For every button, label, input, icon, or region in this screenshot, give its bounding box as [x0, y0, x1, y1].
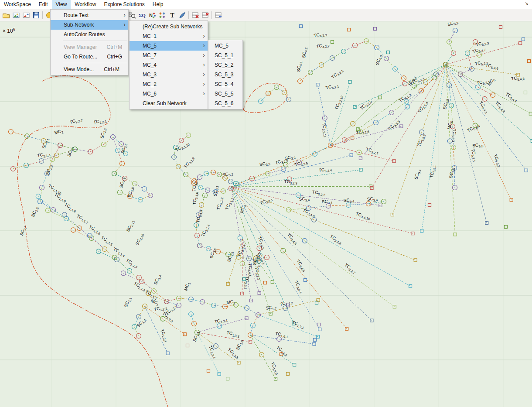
menu-item-sc-5-6[interactable]: SC_5_6 — [208, 99, 242, 108]
menu-item-autocolor-routes[interactable]: AutoColor Routes — [51, 30, 128, 39]
route-label: TC3,1,2 — [216, 197, 224, 211]
menu-item-mc-3[interactable]: MC_3› — [130, 70, 208, 79]
route-label: TC3,2,7 — [365, 147, 379, 156]
route-endpoint — [186, 344, 189, 347]
menubar-item-view[interactable]: View — [52, 0, 71, 9]
menubar-collapse-icon[interactable]: ↘ — [522, 0, 532, 9]
toolbar-sum-query-button[interactable]: ΣQ — [137, 10, 147, 20]
svg-text:N: N — [149, 13, 153, 18]
route-endpoint — [499, 26, 502, 29]
route-label: TC5,5,2 — [416, 133, 426, 147]
route-endpoint — [528, 60, 531, 63]
route-endpoint — [428, 204, 431, 207]
route-label: SC3,2 — [259, 160, 271, 168]
route-label: TC1,3,2 — [226, 330, 240, 339]
menu-item-sc-5-1[interactable]: SC_5_1 — [208, 51, 242, 60]
menu-item-view-mode[interactable]: View Mode...Ctrl+M — [51, 65, 128, 74]
menu-item-mc-4[interactable]: MC_4› — [130, 60, 208, 70]
route-line — [446, 65, 449, 85]
route-line — [197, 236, 200, 246]
route-label: TC3,2,11 — [320, 122, 329, 138]
route-label: SC3,4 — [321, 198, 332, 205]
route-line — [300, 72, 310, 81]
menu-item-mc-2[interactable]: MC_2› — [130, 79, 208, 89]
menu-item-shortcut: Ctrl+M — [97, 44, 123, 50]
route-line — [261, 93, 268, 101]
route-line — [422, 65, 446, 231]
toolbar-color-nodes-button[interactable] — [157, 10, 167, 20]
menubar-item-edit[interactable]: Edit — [35, 0, 52, 9]
route-line — [225, 178, 231, 181]
network-map[interactable]: TC3,2,6TC3,2,5TC3,2,4TC3,2,3TC3,2,2TC3,4… — [0, 21, 532, 407]
route-label: TC3,3,3 — [243, 276, 249, 289]
toolbar-open-button[interactable] — [1, 10, 11, 20]
route-label: TC2,2,2 — [69, 116, 83, 126]
route-line — [139, 306, 145, 317]
menu-item-go-to-route[interactable]: Go To Route...Ctrl+G — [51, 52, 128, 62]
menu-item-mc-5[interactable]: MC_5› — [130, 41, 208, 51]
menu-item-route-text[interactable]: Route Text› — [51, 10, 128, 20]
route-label: SC2,10 — [135, 233, 145, 246]
menu-item-mc-7[interactable]: MC_7› — [130, 51, 208, 60]
insert-row-icon — [215, 11, 222, 19]
route-label: TC1,7,1 — [291, 320, 305, 330]
route-line — [344, 132, 360, 140]
menu-item-sc-5-4[interactable]: SC_5_4 — [208, 79, 242, 89]
menu-item-sc-5-3[interactable]: SC_5_3 — [208, 70, 242, 79]
route-line — [258, 315, 318, 337]
toolbar-save-button[interactable] — [31, 10, 41, 20]
route-line — [392, 65, 446, 215]
menubar: WorkSpaceEditViewWorkflowExplore Solutio… — [0, 0, 532, 9]
route-line — [231, 187, 271, 314]
toolbar-text-label-button[interactable]: T — [167, 10, 177, 20]
route-line — [206, 172, 213, 174]
route-label: TC5,5,5 — [388, 118, 401, 132]
toolbar-insert-row-button[interactable] — [213, 10, 223, 20]
toolbar-style-button[interactable] — [177, 10, 187, 20]
route-line — [344, 45, 355, 51]
toolbar-separator — [188, 11, 189, 19]
menu-item-sc-5-5[interactable]: SC_5_5 — [208, 89, 242, 99]
route-label: SC2,9 — [119, 177, 126, 188]
menu-item-mc-6[interactable]: MC_6› — [130, 89, 208, 99]
menu-item-mc-5[interactable]: MC_5 — [208, 41, 242, 51]
menubar-item-explore-solutions[interactable]: Explore Solutions — [100, 0, 148, 9]
route-line — [200, 174, 206, 177]
route-label: TC3,1,1 — [225, 197, 235, 211]
route-label: TC1,2,4 — [158, 328, 170, 343]
toolbar-cut-row-button[interactable] — [190, 10, 200, 20]
route-line — [392, 102, 406, 113]
menubar-item-workspace[interactable]: WorkSpace — [0, 0, 35, 9]
route-endpoint — [529, 112, 532, 115]
route-line — [449, 85, 451, 106]
submenu-arrow-icon: › — [203, 90, 205, 97]
route-line — [436, 65, 446, 74]
route-label: SC5,2 — [447, 21, 459, 28]
route-line — [218, 252, 228, 254]
route-label: TC5,4,1 — [477, 100, 490, 114]
toolbar-delete-row-button[interactable] — [200, 10, 210, 20]
menu-item-sub-network[interactable]: Sub-Network› — [51, 20, 128, 30]
menubar-item-help[interactable]: Help — [149, 0, 167, 9]
menu-item-sc-5-2[interactable]: SC_5_2 — [208, 60, 242, 70]
route-line — [231, 187, 416, 260]
route-label: SC2,2 — [45, 164, 54, 176]
map-canvas[interactable]: TC3,2,6TC3,2,5TC3,2,4TC3,2,3TC3,2,2TC3,4… — [0, 21, 532, 407]
menu-item-label: Route Text — [64, 12, 89, 18]
route-label: TC4,2,2 — [316, 42, 330, 50]
route-label: TC4,1,1 — [325, 82, 340, 92]
menubar-items: WorkSpaceEditViewWorkflowExplore Solutio… — [0, 0, 167, 9]
menu-item-clear-sub-network[interactable]: Clear Sub Network — [130, 99, 208, 108]
route-line — [104, 137, 113, 144]
route-line — [268, 87, 276, 93]
menu-item-re-create-sub-networks[interactable]: (Re)Create Sub Networks — [130, 22, 208, 31]
toolbar-image-view-button[interactable] — [11, 10, 21, 20]
route-line — [231, 187, 380, 205]
menu-item-mc-1[interactable]: MC_1› — [130, 31, 208, 41]
route-endpoint — [314, 339, 317, 342]
menubar-item-workflow[interactable]: Workflow — [71, 0, 100, 9]
toolbar-image-report-button[interactable] — [21, 10, 31, 20]
route-line — [386, 58, 395, 69]
mc5-submenu-popup: MC_5SC_5_1SC_5_2SC_5_3SC_5_4SC_5_5SC_5_6 — [208, 40, 243, 109]
toolbar-route-label-button[interactable]: N — [147, 10, 157, 20]
